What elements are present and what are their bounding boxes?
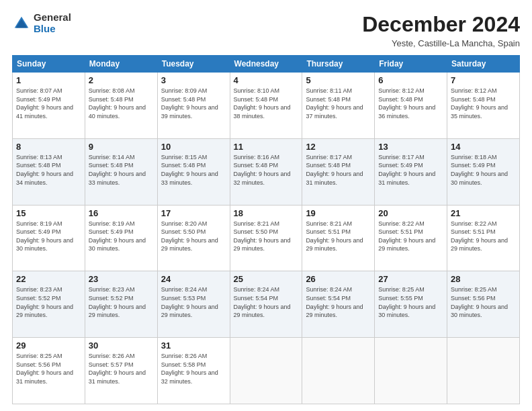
calendar-cell: 9 Sunrise: 8:14 AMSunset: 5:48 PMDayligh… xyxy=(85,138,157,205)
day-number: 21 xyxy=(451,208,516,218)
day-info: Sunrise: 8:07 AMSunset: 5:49 PMDaylight:… xyxy=(16,87,73,120)
calendar-cell: 23 Sunrise: 8:23 AMSunset: 5:52 PMDaylig… xyxy=(85,271,157,338)
day-number: 29 xyxy=(16,340,81,351)
calendar-week-row: 29 Sunrise: 8:25 AMSunset: 5:56 PMDaylig… xyxy=(13,338,520,404)
calendar-cell: 28 Sunrise: 8:25 AMSunset: 5:56 PMDaylig… xyxy=(447,271,520,338)
day-info: Sunrise: 8:26 AMSunset: 5:57 PMDaylight:… xyxy=(89,353,146,385)
day-info: Sunrise: 8:25 AMSunset: 5:56 PMDaylight:… xyxy=(451,286,508,318)
calendar-cell: 26 Sunrise: 8:24 AMSunset: 5:54 PMDaylig… xyxy=(302,271,375,338)
logo-icon xyxy=(12,14,31,33)
logo: General Blue xyxy=(12,12,71,34)
calendar-day-header: Tuesday xyxy=(157,56,230,73)
day-info: Sunrise: 8:22 AMSunset: 5:51 PMDaylight:… xyxy=(451,220,508,253)
day-info: Sunrise: 8:23 AMSunset: 5:52 PMDaylight:… xyxy=(16,286,73,318)
calendar-header-row: SundayMondayTuesdayWednesdayThursdayFrid… xyxy=(13,56,520,73)
day-info: Sunrise: 8:13 AMSunset: 5:48 PMDaylight:… xyxy=(16,154,73,186)
day-number: 20 xyxy=(378,208,443,218)
day-number: 22 xyxy=(16,274,81,284)
calendar-cell xyxy=(230,338,302,404)
calendar-cell: 17 Sunrise: 8:20 AMSunset: 5:50 PMDaylig… xyxy=(157,205,230,271)
calendar-cell: 3 Sunrise: 8:09 AMSunset: 5:48 PMDayligh… xyxy=(157,73,230,139)
day-number: 12 xyxy=(306,142,371,152)
day-number: 3 xyxy=(161,75,226,85)
day-number: 4 xyxy=(234,75,299,85)
calendar-cell: 20 Sunrise: 8:22 AMSunset: 5:51 PMDaylig… xyxy=(375,205,447,271)
day-number: 26 xyxy=(306,274,371,284)
calendar-cell xyxy=(447,338,520,404)
calendar-cell: 14 Sunrise: 8:18 AMSunset: 5:49 PMDaylig… xyxy=(447,138,520,205)
calendar-cell: 1 Sunrise: 8:07 AMSunset: 5:49 PMDayligh… xyxy=(13,73,85,139)
day-info: Sunrise: 8:17 AMSunset: 5:49 PMDaylight:… xyxy=(378,154,435,186)
day-number: 23 xyxy=(89,274,154,284)
day-number: 10 xyxy=(161,142,226,152)
day-number: 24 xyxy=(161,274,226,284)
main-title: December 2024 xyxy=(362,12,520,37)
title-block: December 2024 Yeste, Castille-La Mancha,… xyxy=(362,12,520,48)
day-number: 17 xyxy=(161,208,226,218)
header: General Blue December 2024 Yeste, Castil… xyxy=(12,12,520,48)
calendar-cell xyxy=(375,338,447,404)
calendar-cell: 6 Sunrise: 8:12 AMSunset: 5:48 PMDayligh… xyxy=(375,73,447,139)
day-info: Sunrise: 8:24 AMSunset: 5:54 PMDaylight:… xyxy=(306,286,363,318)
day-info: Sunrise: 8:24 AMSunset: 5:53 PMDaylight:… xyxy=(161,286,218,318)
calendar-cell: 25 Sunrise: 8:24 AMSunset: 5:54 PMDaylig… xyxy=(230,271,302,338)
day-info: Sunrise: 8:11 AMSunset: 5:48 PMDaylight:… xyxy=(306,87,363,120)
day-number: 19 xyxy=(306,208,371,218)
day-number: 16 xyxy=(89,208,154,218)
day-number: 9 xyxy=(89,142,154,152)
day-number: 14 xyxy=(451,142,516,152)
day-info: Sunrise: 8:15 AMSunset: 5:48 PMDaylight:… xyxy=(161,154,218,186)
day-info: Sunrise: 8:24 AMSunset: 5:54 PMDaylight:… xyxy=(234,286,291,318)
day-info: Sunrise: 8:23 AMSunset: 5:52 PMDaylight:… xyxy=(89,286,146,318)
day-info: Sunrise: 8:12 AMSunset: 5:48 PMDaylight:… xyxy=(378,87,435,120)
calendar-cell: 24 Sunrise: 8:24 AMSunset: 5:53 PMDaylig… xyxy=(157,271,230,338)
day-info: Sunrise: 8:08 AMSunset: 5:48 PMDaylight:… xyxy=(89,87,146,120)
day-number: 31 xyxy=(161,340,226,351)
calendar-day-header: Thursday xyxy=(302,56,375,73)
day-info: Sunrise: 8:25 AMSunset: 5:56 PMDaylight:… xyxy=(16,353,73,385)
calendar-day-header: Wednesday xyxy=(230,56,302,73)
day-info: Sunrise: 8:12 AMSunset: 5:48 PMDaylight:… xyxy=(451,87,508,120)
calendar-cell: 4 Sunrise: 8:10 AMSunset: 5:48 PMDayligh… xyxy=(230,73,302,139)
day-number: 28 xyxy=(451,274,516,284)
day-info: Sunrise: 8:09 AMSunset: 5:48 PMDaylight:… xyxy=(161,87,218,120)
calendar-day-header: Sunday xyxy=(13,56,85,73)
calendar-cell: 15 Sunrise: 8:19 AMSunset: 5:49 PMDaylig… xyxy=(13,205,85,271)
day-number: 11 xyxy=(234,142,299,152)
day-number: 6 xyxy=(378,75,443,85)
calendar-cell: 2 Sunrise: 8:08 AMSunset: 5:48 PMDayligh… xyxy=(85,73,157,139)
calendar-day-header: Saturday xyxy=(447,56,520,73)
calendar-week-row: 8 Sunrise: 8:13 AMSunset: 5:48 PMDayligh… xyxy=(13,138,520,205)
calendar-cell: 12 Sunrise: 8:17 AMSunset: 5:48 PMDaylig… xyxy=(302,138,375,205)
day-number: 8 xyxy=(16,142,81,152)
subtitle: Yeste, Castille-La Mancha, Spain xyxy=(362,38,520,48)
day-number: 27 xyxy=(378,274,443,284)
calendar-table: SundayMondayTuesdayWednesdayThursdayFrid… xyxy=(12,55,520,404)
calendar-cell: 22 Sunrise: 8:23 AMSunset: 5:52 PMDaylig… xyxy=(13,271,85,338)
logo-blue-text: Blue xyxy=(34,24,71,35)
day-number: 18 xyxy=(234,208,299,218)
calendar-cell: 18 Sunrise: 8:21 AMSunset: 5:50 PMDaylig… xyxy=(230,205,302,271)
day-info: Sunrise: 8:19 AMSunset: 5:49 PMDaylight:… xyxy=(89,220,146,253)
day-number: 1 xyxy=(16,75,81,85)
day-number: 30 xyxy=(89,340,154,351)
day-info: Sunrise: 8:21 AMSunset: 5:51 PMDaylight:… xyxy=(306,220,363,253)
day-info: Sunrise: 8:25 AMSunset: 5:55 PMDaylight:… xyxy=(378,286,435,318)
calendar-cell xyxy=(302,338,375,404)
day-info: Sunrise: 8:16 AMSunset: 5:48 PMDaylight:… xyxy=(234,154,291,186)
calendar-cell: 8 Sunrise: 8:13 AMSunset: 5:48 PMDayligh… xyxy=(13,138,85,205)
calendar-cell: 13 Sunrise: 8:17 AMSunset: 5:49 PMDaylig… xyxy=(375,138,447,205)
day-info: Sunrise: 8:10 AMSunset: 5:48 PMDaylight:… xyxy=(234,87,291,120)
day-info: Sunrise: 8:21 AMSunset: 5:50 PMDaylight:… xyxy=(234,220,291,253)
day-number: 13 xyxy=(378,142,443,152)
day-number: 5 xyxy=(306,75,371,85)
calendar-week-row: 1 Sunrise: 8:07 AMSunset: 5:49 PMDayligh… xyxy=(13,73,520,139)
day-info: Sunrise: 8:26 AMSunset: 5:58 PMDaylight:… xyxy=(161,353,218,385)
logo-text: General Blue xyxy=(34,12,71,34)
calendar-cell: 5 Sunrise: 8:11 AMSunset: 5:48 PMDayligh… xyxy=(302,73,375,139)
day-number: 2 xyxy=(89,75,154,85)
day-info: Sunrise: 8:17 AMSunset: 5:48 PMDaylight:… xyxy=(306,154,363,186)
logo-general-text: General xyxy=(34,12,71,24)
day-number: 25 xyxy=(234,274,299,284)
calendar-cell: 30 Sunrise: 8:26 AMSunset: 5:57 PMDaylig… xyxy=(85,338,157,404)
